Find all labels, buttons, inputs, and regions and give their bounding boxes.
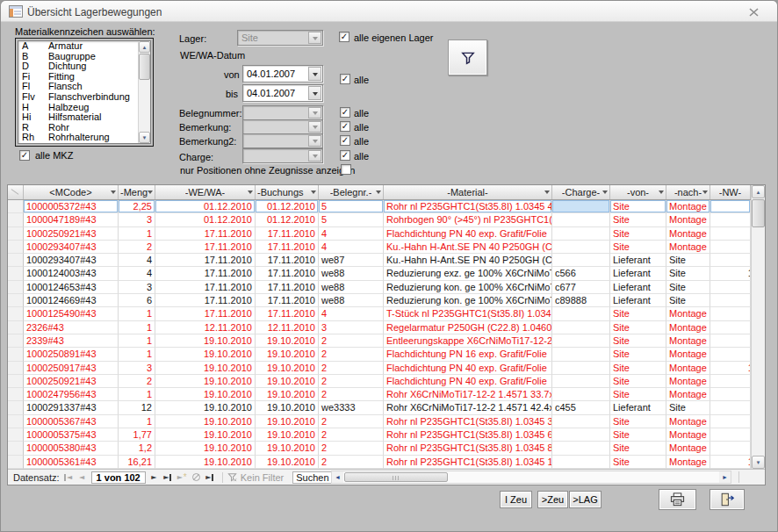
zeugnisse-checkbox[interactable]: [341, 164, 351, 175]
table-row[interactable]: 1000005367#43 1 19.10.2010 19.10.2010 2 …: [8, 415, 751, 428]
zeu-button[interactable]: >Zeu: [537, 491, 568, 508]
cell-von[interactable]: Lieferant: [610, 294, 666, 307]
cell-menge[interactable]: 1: [119, 334, 155, 348]
alle-eigenen-lager-checkbox[interactable]: ✓: [339, 32, 349, 42]
record-selector[interactable]: [8, 415, 24, 428]
cell-mcode[interactable]: 1000005367#43: [24, 415, 119, 428]
cell-charge[interactable]: [552, 321, 610, 334]
cell-nw[interactable]: 50: [710, 428, 751, 442]
cell-mcode[interactable]: 1000250921#43: [24, 375, 119, 388]
cell-von[interactable]: Lieferant: [610, 281, 666, 294]
table-row[interactable]: 1000005372#43 2,25 01.12.2010 01.12.2010…: [8, 200, 751, 213]
cell-nach[interactable]: Montage: [666, 388, 710, 401]
cell-menge[interactable]: 1: [119, 321, 155, 334]
cell-wewa-datum[interactable]: 19.10.2010: [155, 334, 256, 348]
alle-bemerkung-checkbox[interactable]: ✓: [340, 121, 350, 132]
cell-mcode[interactable]: 1000005372#43: [24, 200, 119, 213]
cell-nach[interactable]: Site: [666, 401, 710, 414]
column-header-wewa[interactable]: -WE/WA-: [155, 185, 256, 199]
table-row[interactable]: 1000124653#43 3 17.11.2010 17.11.2010 we…: [8, 281, 751, 294]
cell-belegnr[interactable]: 4: [319, 307, 384, 320]
cell-nw[interactable]: 25: [710, 307, 751, 320]
dropdown-button[interactable]: [308, 121, 321, 133]
cell-nach[interactable]: Site: [666, 281, 710, 294]
cell-mcode[interactable]: 1000291337#43: [24, 401, 119, 414]
list-item[interactable]: H Halbzeug: [18, 103, 150, 113]
alle-bemerkung2-checkbox[interactable]: ✓: [340, 135, 350, 146]
cell-buchungsdatum[interactable]: 17.11.2010: [256, 227, 319, 241]
cell-material[interactable]: Entleerungskappe X6CrNiMoTi17-12-2: [384, 334, 552, 348]
record-selector[interactable]: [8, 401, 24, 414]
cell-wewa-datum[interactable]: 19.10.2010: [155, 456, 256, 469]
cell-material[interactable]: Reduzierung kon. ge 100% X6CrNiMoT: [384, 294, 552, 307]
cell-nach[interactable]: Montage: [666, 227, 710, 241]
cell-belegnr[interactable]: 2: [319, 428, 384, 442]
cell-charge[interactable]: c677: [552, 281, 610, 294]
cell-charge[interactable]: [552, 388, 610, 401]
first-record-button[interactable]: ◄: [62, 471, 74, 484]
dropdown-button[interactable]: [308, 32, 321, 44]
cell-buchungsdatum[interactable]: 01.12.2010: [256, 200, 319, 213]
cell-nach[interactable]: Montage: [666, 321, 710, 334]
cell-belegnr[interactable]: 2: [319, 375, 384, 388]
cell-von[interactable]: Site: [610, 321, 666, 334]
list-item[interactable]: D Dichtung: [18, 61, 150, 72]
cell-nach[interactable]: Montage: [666, 348, 710, 361]
cell-wewa-datum[interactable]: 17.11.2010: [155, 307, 256, 320]
cell-menge[interactable]: 1: [119, 415, 155, 428]
cell-wewa-datum[interactable]: 17.11.2010: [155, 281, 256, 294]
list-item[interactable]: A Armatur: [18, 41, 150, 52]
column-header-charge[interactable]: -Charge-: [552, 185, 610, 199]
cell-nach[interactable]: Montage: [666, 362, 710, 375]
mkz-listbox[interactable]: A Armatur B Baugruppe D Dichtung Fi Fitt…: [18, 40, 151, 144]
cell-nw[interactable]: 25: [710, 227, 751, 241]
cell-buchungsdatum[interactable]: 19.10.2010: [256, 348, 319, 361]
cell-von[interactable]: Site: [610, 227, 666, 241]
record-selector[interactable]: [8, 442, 24, 455]
cell-charge[interactable]: [552, 348, 610, 361]
print-button[interactable]: [659, 489, 696, 510]
list-item[interactable]: B Baugruppe: [18, 52, 150, 62]
close-button[interactable]: [748, 7, 760, 18]
i-zeu-button[interactable]: I Zeu: [500, 491, 532, 508]
select-all-corner[interactable]: [8, 185, 24, 199]
cell-menge[interactable]: 1,77: [119, 428, 155, 442]
cell-charge[interactable]: [552, 307, 610, 320]
cell-wewa-datum[interactable]: 17.11.2010: [155, 254, 256, 267]
bemerkung2-combo[interactable]: [242, 133, 323, 148]
dropdown-button[interactable]: [308, 150, 321, 162]
cell-nach[interactable]: Site: [666, 254, 710, 267]
cell-charge[interactable]: [552, 227, 610, 241]
cell-nw[interactable]: 25: [710, 388, 751, 401]
cell-nw[interactable]: 40: [710, 281, 751, 294]
cell-material[interactable]: Ku.-Hahn H-Ant.SE PN 40 P250GH (C: [384, 254, 552, 267]
cell-buchungsdatum[interactable]: 17.11.2010: [256, 281, 319, 294]
record-selector[interactable]: [8, 281, 24, 294]
belegnummer-combo[interactable]: [242, 105, 323, 120]
record-selector[interactable]: [8, 456, 24, 469]
scroll-down-icon[interactable]: ▼: [139, 132, 150, 143]
cell-charge[interactable]: [552, 415, 610, 428]
cell-belegnr[interactable]: 2: [319, 362, 384, 375]
cell-buchungsdatum[interactable]: 19.10.2010: [256, 442, 319, 455]
cell-material[interactable]: Flachdichtung PN 16 exp. Grafit/Folie: [384, 348, 552, 361]
record-selector[interactable]: [8, 241, 24, 254]
cell-mcode[interactable]: 1000124003#43: [24, 267, 119, 280]
scroll-right-icon[interactable]: ►: [719, 471, 731, 483]
cell-von[interactable]: Site: [610, 428, 666, 442]
cell-mcode[interactable]: 1000005380#43: [24, 442, 119, 455]
cell-material[interactable]: Rohr nl P235GHTC1(St35.8I) 1.0345 3: [384, 415, 552, 428]
record-selector[interactable]: [8, 362, 24, 375]
cell-charge[interactable]: [552, 442, 610, 455]
chevron-down-icon[interactable]: [702, 191, 708, 197]
cell-wewa-datum[interactable]: 17.11.2010: [155, 227, 256, 241]
column-header-nach[interactable]: -nach-: [666, 185, 710, 199]
cell-wewa-datum[interactable]: 17.11.2010: [155, 267, 256, 280]
cell-menge[interactable]: 4: [119, 267, 155, 280]
cell-buchungsdatum[interactable]: 17.11.2010: [256, 307, 319, 320]
cell-buchungsdatum[interactable]: 19.10.2010: [256, 415, 319, 428]
cell-belegnr[interactable]: 2: [319, 334, 384, 348]
cell-material[interactable]: Regelarmatur P250GH (C22.8) 1.0460: [384, 321, 552, 334]
cell-nw[interactable]: 25: [710, 375, 751, 388]
table-row[interactable]: 1000005375#43 1,77 19.10.2010 19.10.2010…: [8, 428, 751, 442]
